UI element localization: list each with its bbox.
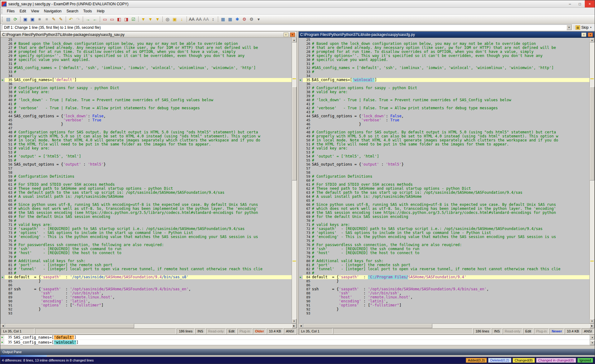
code-line[interactable]: 85 } [1,279,292,283]
code-line[interactable]: 26# Based upon the lock_down configurati… [1,42,292,46]
find-icon[interactable]: ◎ [164,15,171,23]
code-line[interactable]: 39# [299,94,590,98]
code-line[interactable]: 41# [299,102,590,106]
code-line[interactable]: 77# 'ssh' - [REQUIRED] the ssh command t… [299,247,590,251]
code-line[interactable]: 48# Configuration options for SAS output… [1,130,292,134]
code-line[interactable]: 88 'ssh' : '/usr/bin/ssh', [1,291,292,295]
code-line[interactable]: 51# the HTML file will need to be put in… [1,142,292,146]
sort-icon[interactable]: ↕ [209,15,217,23]
code-line[interactable]: 53# [1,150,292,154]
code-line[interactable]: 32#SAS_config_names = ['default', 'ssh',… [1,66,292,70]
diff-combo-dropdown-icon[interactable]: ▼ [566,25,572,30]
code-line[interactable]: 65# [1,199,292,203]
search-next-icon[interactable]: AA [195,15,202,23]
detail-line[interactable]: ▶35SAS_config_names=['winlocal'] [0,340,590,345]
scroll-left-icon[interactable]: ◀ [299,324,303,328]
code-line[interactable]: 92 } [1,307,292,311]
code-line[interactable]: 75# [1,239,292,243]
code-line[interactable]: ▶84default = {'saspath' : '/opt/sasinsid… [1,275,292,279]
code-line[interactable]: 75# [299,239,590,243]
code-line[interactable]: 50# in local mode. Note that HTML 4.0 wi… [299,138,590,142]
code-line[interactable]: 44SAS_config_options = {'lock_down': Fal… [1,114,292,118]
code-line[interactable]: 37# Configuration options for saspy - py… [299,86,590,90]
code-line[interactable]: 47 [299,126,590,130]
search-prev-icon[interactable]: AA [202,15,209,23]
code-line[interactable]: 25 [299,38,590,42]
left-scroll-track[interactable] [292,42,297,319]
code-line[interactable]: 42# 'verbose' - True | False. True = All… [1,106,292,110]
badge-deleted[interactable]: Deleted(0,2) [488,358,511,363]
code-line[interactable]: 45 'verbose' : True [1,118,292,122]
code-line[interactable]: 55# [1,158,292,162]
minimize-button[interactable]: – [565,0,575,7]
code-line[interactable]: 78# 'host' - [REQUIRED] the host to conn… [299,251,590,255]
menu-help[interactable]: Help [95,8,107,14]
detail-line[interactable]: ▶35SAS_config_names=['default'] [0,335,590,340]
open-files-icon[interactable]: ▤ [5,15,12,23]
menu-search[interactable]: Search [64,8,81,14]
code-line[interactable]: 74# 'encoding' - This is the python enco… [1,235,292,239]
prev-difference-icon[interactable]: ← [91,15,99,23]
code-line[interactable]: 61# For STDIO and STDIO over SSH access … [1,183,292,187]
code-line[interactable]: 81# 'port' - [integer] the remote ssh po… [299,263,590,267]
code-line[interactable]: 28# prompted for at run time. To disallo… [299,50,590,54]
filter-options-icon[interactable]: ▼ [154,15,161,23]
code-line[interactable]: 74# 'encoding' - This is the python enco… [299,235,590,239]
right-hscroll-thumb[interactable] [303,324,432,328]
code-line[interactable]: 31# [299,62,590,66]
code-line[interactable]: 43# [299,110,590,114]
code-line[interactable]: 60# [1,179,292,183]
code-line[interactable]: 76# For passwordless ssh connection, the… [1,243,292,247]
code-line[interactable]: 41# [1,102,292,106]
right-pane-print-icon[interactable]: ≡ [581,32,586,37]
code-line[interactable]: 77# 'ssh' - [REQUIRED] the ssh command t… [1,247,292,251]
edit-second-file-icon[interactable]: ✎ [57,15,64,23]
code-line[interactable]: 52# valid key are: [299,146,590,150]
menu-tools[interactable]: Tools [81,8,95,14]
code-line[interactable]: 49# properly with HTML 5.0 so it can als… [299,134,590,138]
code-line[interactable]: 72# 'saspath' - [REQUIRED] path to SAS s… [1,227,292,231]
code-line[interactable]: ▶35SAS_config_names=['default'] [1,78,292,82]
code-line[interactable]: 48# Configuration options for SAS output… [299,130,590,134]
code-line[interactable]: 69# for the default Unix SAS session enc… [299,215,590,219]
code-line[interactable]: 61# For STDIO and STDIO over SSH access … [299,183,590,187]
code-line[interactable]: 65# [299,199,590,203]
show-left-pane-icon[interactable]: ◧ [116,15,123,23]
filter-lines-icon[interactable]: ▼ [140,15,147,23]
code-line[interactable]: 71# valid keys are: [299,223,590,227]
right-hscroll-track[interactable] [303,324,590,328]
output-pane-bar[interactable]: Output Pane [0,349,595,355]
right-pane-options-icon[interactable]: ▾ [588,32,593,37]
code-line[interactable]: 90 'encoding' : 'latin1', [299,299,590,303]
print-icon[interactable]: ≡ [36,15,43,23]
skip-dropdown-icon[interactable]: ▼ [590,26,592,28]
auto-recompare-icon[interactable]: ☑ [130,15,137,23]
scroll-right-icon[interactable]: ▶ [292,324,297,328]
next-difference-icon[interactable]: → [84,15,91,23]
code-line[interactable]: 34 [1,74,292,78]
code-line[interactable]: 44SAS_config_options = {'lock_down': Fal… [299,114,590,118]
code-line[interactable]: 33# [1,70,292,74]
close-button[interactable]: × [585,0,595,7]
code-line[interactable]: 51# the HTML file will need to be put in… [299,142,590,146]
code-line[interactable]: 71# valid keys are: [1,223,292,227]
scroll-up-icon[interactable]: ▲ [590,38,594,42]
code-line[interactable]: 73# 'options' - SAS options to include i… [299,231,590,235]
code-line[interactable]: 88 'ssh' : '/usr/bin/ssh', [299,291,590,295]
code-line[interactable]: 39# [1,94,292,98]
code-line[interactable]: 87ssh = {'saspath' : '/opt/sasinside/SAS… [1,287,292,291]
sync-scroll-icon[interactable]: ✱ [234,15,241,23]
code-line[interactable]: 81# 'port' - [integer] the remote ssh po… [1,263,292,267]
scroll-left-icon[interactable]: ◀ [1,324,5,328]
code-line[interactable]: 53# [299,150,590,154]
code-line[interactable]: 58 [1,171,292,175]
code-line[interactable]: 73# 'options' - SAS options to include i… [1,231,292,235]
code-line[interactable]: 66# Since python uses utf-8, running SAS… [1,203,292,207]
code-line[interactable]: 30# specific value you want applied. [299,58,590,62]
highlight-icon[interactable]: ▣ [171,15,178,23]
code-line[interactable]: 68# the SAS session encoding (see https:… [1,211,292,215]
badge-changed[interactable]: Changed(8) [513,358,535,363]
statistics-view-icon[interactable]: ▦ [219,15,227,23]
goto-line-icon[interactable]: ↓ [178,15,185,23]
search-binoculars-icon[interactable]: AA [188,15,195,23]
